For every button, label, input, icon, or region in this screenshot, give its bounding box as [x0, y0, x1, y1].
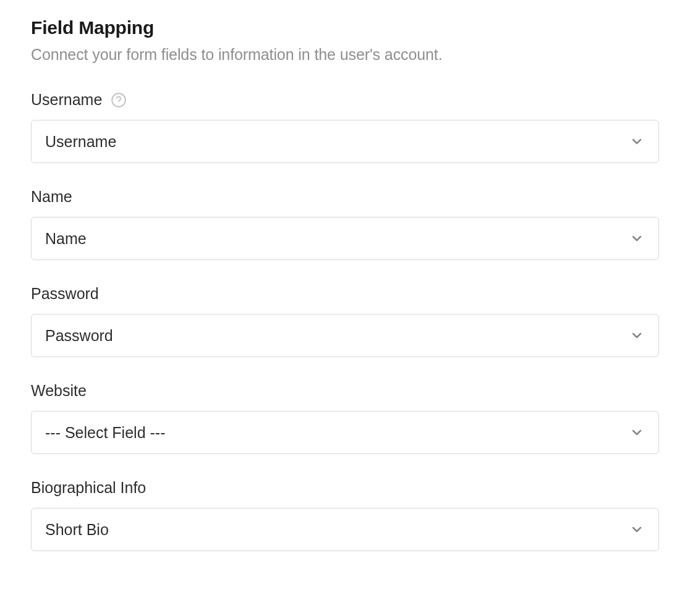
- field-label-website: Website: [31, 382, 87, 400]
- field-group-password: Password Password: [31, 285, 659, 357]
- select-username[interactable]: Username: [31, 120, 659, 163]
- chevron-down-icon: [629, 230, 645, 247]
- chevron-down-icon: [629, 133, 645, 150]
- field-label-password: Password: [31, 285, 99, 303]
- svg-point-1: [119, 103, 119, 104]
- section-subtitle: Connect your form fields to information …: [31, 46, 659, 64]
- field-label-row: Name: [31, 188, 659, 206]
- select-value: Password: [45, 327, 113, 345]
- field-label-row: Password: [31, 285, 659, 303]
- section-title: Field Mapping: [31, 17, 659, 38]
- select-name[interactable]: Name: [31, 217, 659, 260]
- field-group-website: Website --- Select Field ---: [31, 382, 659, 454]
- select-value: --- Select Field ---: [45, 424, 165, 442]
- field-label-row: Username: [31, 91, 659, 109]
- field-label-name: Name: [31, 188, 72, 206]
- select-value: Username: [45, 133, 116, 151]
- select-bio[interactable]: Short Bio: [31, 508, 659, 551]
- field-label-row: Website: [31, 382, 659, 400]
- help-icon[interactable]: [111, 92, 127, 108]
- select-website[interactable]: --- Select Field ---: [31, 411, 659, 454]
- chevron-down-icon: [629, 424, 645, 441]
- field-group-name: Name Name: [31, 188, 659, 260]
- field-group-username: Username Username: [31, 91, 659, 163]
- field-label-bio: Biographical Info: [31, 479, 146, 497]
- field-label-row: Biographical Info: [31, 479, 659, 497]
- svg-point-0: [112, 93, 126, 107]
- select-value: Name: [45, 230, 87, 248]
- field-label-username: Username: [31, 91, 102, 109]
- chevron-down-icon: [629, 327, 645, 344]
- select-value: Short Bio: [45, 521, 109, 539]
- chevron-down-icon: [629, 521, 645, 538]
- field-group-bio: Biographical Info Short Bio: [31, 479, 659, 551]
- select-password[interactable]: Password: [31, 314, 659, 357]
